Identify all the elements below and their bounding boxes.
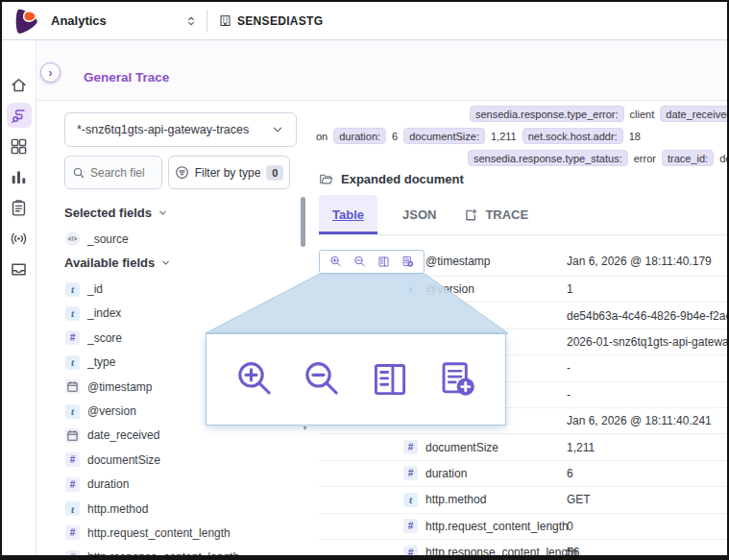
source-field-icon: </> xyxy=(65,231,80,246)
field-item--index[interactable]: t_index xyxy=(64,302,308,326)
table-row: t@version1 xyxy=(319,277,727,303)
text-field-icon: t xyxy=(65,501,80,516)
zoom-out-magnified-icon xyxy=(302,359,342,400)
search-field-box[interactable] xyxy=(64,156,162,189)
expanded-document-header: Expanded document xyxy=(319,172,464,186)
number-field-icon: # xyxy=(65,477,80,492)
selected-fields-label: Selected fields xyxy=(64,206,152,220)
left-nav xyxy=(2,40,36,555)
available-fields-header[interactable]: Available fields xyxy=(64,251,308,274)
search-icon xyxy=(72,166,85,180)
nav-item-live[interactable] xyxy=(7,226,32,251)
filter-value: 1,211 xyxy=(491,131,517,142)
building-icon xyxy=(219,14,231,27)
fields-scrollbar-thumb[interactable] xyxy=(301,197,305,247)
number-field-icon: # xyxy=(403,466,418,480)
chevron-down-icon xyxy=(158,207,168,218)
date-field-icon xyxy=(65,428,80,443)
chevron-down-icon xyxy=(271,123,284,136)
section-title: Expanded document xyxy=(341,172,464,186)
table-add-icon[interactable] xyxy=(401,256,414,268)
fields-scrollbar-arrow-icon[interactable]: ▼ xyxy=(302,425,308,431)
filter-line: sensedia.response.type_status:errortrace… xyxy=(468,150,727,166)
nav-item-reports[interactable] xyxy=(7,195,32,220)
zoom-out-icon[interactable] xyxy=(353,256,366,268)
filter-pill[interactable]: duration: xyxy=(333,128,386,144)
row-field-name: documentSize xyxy=(425,441,498,454)
selected-fields-header[interactable]: Selected fields xyxy=(64,201,308,224)
tab-trace[interactable]: TRACE xyxy=(461,195,530,234)
filter-by-type-button[interactable]: Filter by type 0 xyxy=(168,156,290,189)
filter-pill[interactable]: trace_id: xyxy=(662,150,714,166)
tab-label: JSON xyxy=(402,207,436,222)
row-field-name: http.response_content_length xyxy=(425,546,577,555)
number-field-icon: # xyxy=(403,440,418,454)
row-field-value: Jan 6, 2026 @ 18:11:40.179 xyxy=(567,255,712,268)
organization[interactable]: SENSEDIASTG xyxy=(219,14,323,28)
row-field-name: duration xyxy=(425,467,467,480)
row-field-name: http.request_content_length xyxy=(425,520,569,533)
field-name: documentSize xyxy=(87,453,160,467)
number-field-icon: # xyxy=(65,525,80,540)
field-name: _score xyxy=(87,331,122,345)
index-pattern-select[interactable]: *-snz6tq1gts-api-gateway-traces xyxy=(64,112,297,147)
detail-tabs: TableJSONTRACE xyxy=(319,195,727,235)
field-name: http.request_content_length xyxy=(87,526,231,540)
row-field-value: 1,211 xyxy=(567,441,595,454)
field-item-documentSize[interactable]: #documentSize xyxy=(64,448,308,472)
app-switcher[interactable]: Analytics xyxy=(51,13,197,28)
field-name: @version xyxy=(87,404,136,418)
row-field-value: GET xyxy=(567,493,591,506)
field-item-http-method[interactable]: thttp.method xyxy=(64,497,308,521)
zoom-in-magnified-icon xyxy=(234,359,275,400)
tab-label: Table xyxy=(332,207,364,222)
expand-panel-button[interactable]: › xyxy=(40,62,61,83)
filter-pill[interactable]: net.sock.host.addr: xyxy=(522,128,623,144)
table-row: thttp.methodGET xyxy=(319,487,727,513)
nav-item-inbox[interactable] xyxy=(7,256,32,281)
number-field-icon: # xyxy=(403,546,418,555)
filter-value: 18 xyxy=(629,131,641,142)
field-name: http.method xyxy=(87,502,148,516)
nav-item-dashboards[interactable] xyxy=(7,134,32,158)
field-item-date-received[interactable]: date_received xyxy=(64,424,308,448)
app-window: Analytics SENSEDIASTG › General Trace *-… xyxy=(0,0,729,560)
field-item--id[interactable]: t_id xyxy=(64,277,308,301)
nav-item-home[interactable] xyxy=(7,72,32,97)
row-field-value: de54b63a-4c46-4826-9b4e-f2ae6c11a5b xyxy=(567,309,727,323)
field-item-http-request-content-length[interactable]: #http.request_content_length xyxy=(64,521,308,545)
tab-json[interactable]: JSON xyxy=(401,195,438,234)
field-item-http-response-content-length[interactable]: #http.response_content_length xyxy=(64,546,308,555)
tab-table[interactable]: Table xyxy=(319,195,377,234)
field-controls: Filter by type 0 xyxy=(64,156,308,189)
field-name: @timestamp xyxy=(87,380,153,394)
row-field-value: Jan 6, 2026 @ 18:11:40.241 xyxy=(567,414,712,427)
nav-item-trace[interactable] xyxy=(7,103,32,128)
filter-line: sensedia.response.type_error:clientdate_… xyxy=(470,106,727,122)
search-input[interactable] xyxy=(90,166,158,180)
zoom-in-icon[interactable] xyxy=(329,256,342,268)
field-item--source[interactable]: </>_source xyxy=(64,227,308,251)
filter-pill[interactable]: documentSize: xyxy=(403,128,485,144)
row-field-value: 56 xyxy=(567,546,579,555)
row-field-value: 0 xyxy=(567,520,573,533)
text-field-icon: t xyxy=(65,282,80,297)
filter-pill[interactable]: sensedia.response.type_error: xyxy=(470,106,624,122)
filter-value: client xyxy=(630,109,655,120)
table-row: #http.response_content_length56 xyxy=(319,540,727,555)
filter-value: on xyxy=(316,131,328,142)
surrounding-docs-icon[interactable] xyxy=(377,256,390,268)
filter-pill[interactable]: date_received: xyxy=(660,106,727,122)
text-field-icon: t xyxy=(65,355,80,370)
home-icon xyxy=(10,76,28,94)
field-name: _type xyxy=(87,355,115,369)
row-field-name: http.method xyxy=(425,493,486,506)
org-name: SENSEDIASTG xyxy=(237,14,323,28)
table-row: #documentSize1,211 xyxy=(319,434,727,460)
filter-icon xyxy=(175,165,189,180)
clipboard-icon xyxy=(10,199,28,217)
field-item-duration[interactable]: #duration xyxy=(64,473,308,497)
filter-pill[interactable]: sensedia.response.type_status: xyxy=(468,150,628,166)
nav-item-analytics[interactable] xyxy=(7,164,32,189)
trace-export-icon xyxy=(463,207,478,223)
